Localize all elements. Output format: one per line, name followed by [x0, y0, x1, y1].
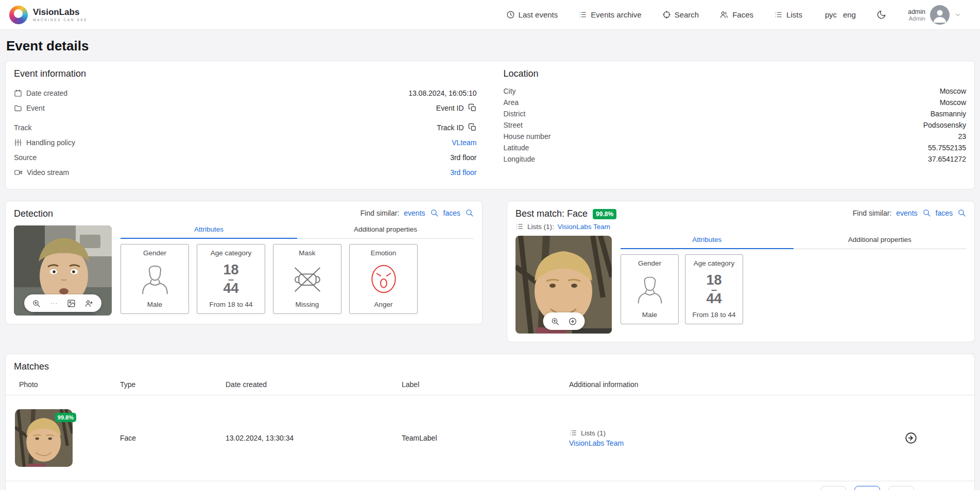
page-title: Event details [6, 38, 980, 54]
best-match-title: Best match: Face [515, 208, 588, 219]
tab-additional-properties[interactable]: Additional properties [794, 236, 967, 249]
moon-icon [876, 10, 886, 20]
emotion-card: Emotion Anger [349, 244, 418, 314]
col-photo: Photo [14, 380, 120, 389]
date-created-value: 13.08.2024, 16:05:10 [408, 89, 476, 97]
search-icon[interactable] [465, 208, 474, 217]
row-video-stream: Video stream 3rd floor [14, 165, 477, 180]
detection-card: Detection Find similar: events faces [5, 201, 483, 324]
nav-item-last-events[interactable]: Last events [506, 10, 558, 19]
location-panel: Location City Moscow Area Moscow Distric… [504, 68, 967, 180]
dark-mode-toggle[interactable] [876, 10, 886, 20]
house-number-value: 23 [958, 132, 966, 141]
row-label-text: Source [14, 153, 37, 162]
match-additional-info: Lists (1) VisionLabs Team [569, 429, 904, 447]
nav-item-faces[interactable]: Faces [719, 10, 753, 19]
zoom-in-icon[interactable] [551, 317, 559, 326]
match-photo[interactable]: 99.8% [15, 409, 73, 467]
match-list-link[interactable]: VisionLabs Team [569, 439, 624, 447]
col-additional-information: Additional information [569, 380, 904, 389]
attr-card-caption: From 18 to 44 [692, 311, 735, 319]
next-page-button[interactable] [888, 486, 914, 490]
search-icon[interactable] [957, 208, 966, 217]
attr-card-title: Age category [694, 259, 735, 267]
handling-policy-link[interactable]: VLteam [452, 138, 476, 147]
source-value: 3rd floor [450, 153, 476, 162]
find-similar-faces-link[interactable]: faces [936, 209, 953, 217]
tab-attributes[interactable]: Attributes [121, 225, 297, 239]
open-match-button[interactable] [904, 431, 918, 445]
nav-item-search[interactable]: Search [662, 10, 699, 19]
find-similar-faces-link[interactable]: faces [443, 209, 460, 217]
page-number-button[interactable]: 1 [854, 486, 880, 490]
attr-card-caption: Male [642, 311, 657, 319]
detection-title: Detection [14, 208, 53, 219]
copy-icon [468, 103, 477, 112]
clock-icon [506, 10, 515, 19]
people-icon [719, 10, 729, 19]
detection-find-similar: Find similar: events faces [360, 208, 474, 217]
nav-item-events-archive[interactable]: Events archive [578, 10, 641, 19]
sliders-icon [14, 138, 22, 147]
find-similar-events-link[interactable]: events [404, 209, 425, 217]
arrow-right-circle-icon[interactable] [568, 317, 577, 326]
location-title: Location [504, 68, 967, 79]
district-value: Basmanniy [931, 110, 966, 118]
event-details-page: VisionLabs MACHINES CAN SEE Last events … [0, 0, 980, 490]
avatar[interactable] [930, 5, 950, 25]
anger-face-icon [369, 263, 399, 295]
attr-card-caption: Male [147, 301, 162, 308]
brand-name: VisionLabs [33, 8, 88, 17]
person-add-icon[interactable] [84, 299, 94, 308]
search-icon[interactable] [430, 208, 439, 217]
tab-attributes[interactable]: Attributes [621, 236, 794, 249]
row-event: Event Event ID [14, 100, 477, 115]
age-range: 18 – 44 [223, 264, 238, 294]
video-stream-link[interactable]: 3rd floor [450, 168, 476, 177]
row-label-text: Track [14, 124, 31, 132]
search-icon[interactable] [922, 208, 931, 217]
age-category-card: Age category 18 – 44 From 18 to 44 [197, 244, 265, 314]
find-similar-label: Find similar: [360, 209, 399, 217]
best-match-tabs-area: Attributes Additional properties Gender [621, 236, 966, 334]
nav-item-lists[interactable]: Lists [774, 10, 802, 19]
zoom-in-icon[interactable] [32, 299, 41, 308]
lang-eng[interactable]: eng [843, 10, 856, 19]
detection-photo[interactable] [14, 225, 112, 316]
row-label-text: Video stream [27, 168, 69, 177]
prev-page-button[interactable] [820, 486, 846, 490]
copy-track-id-button[interactable] [468, 123, 477, 132]
col-date-created: Date created [226, 380, 402, 389]
city-value: Moscow [940, 87, 966, 95]
brand-logo[interactable]: VisionLabs MACHINES CAN SEE [9, 6, 88, 24]
longitude-value: 37.6541272 [928, 155, 966, 163]
gender-card: Gender Male [621, 254, 679, 324]
attr-card-caption: Missing [296, 301, 319, 308]
nav-label: Search [675, 10, 699, 19]
user-menu[interactable]: admin Admin [908, 5, 961, 25]
detection-tabs-area: Attributes Additional properties Gender [121, 225, 474, 316]
event-information-panel: Event information Date created 13.08.202… [14, 68, 477, 180]
best-match-find-similar: Find similar: events faces [853, 208, 966, 217]
lang-rus[interactable]: рус [825, 10, 837, 19]
username: admin [908, 8, 925, 15]
match-row[interactable]: 99.8% Face 13.02.2024, 13:30:34 TeamLabe… [14, 395, 966, 481]
main-nav: Last events Events archive Search Faces … [506, 10, 802, 19]
copy-event-id-button[interactable] [468, 103, 477, 112]
male-silhouette-icon [636, 274, 664, 304]
best-match-list-link[interactable]: VisionLabs Team [558, 223, 610, 231]
best-match-score-badge: 99.8% [593, 209, 616, 219]
calendar-icon [14, 89, 22, 97]
attr-card-caption: From 18 to 44 [209, 301, 252, 308]
row-label-text: Date created [26, 89, 67, 97]
gender-card: Gender Male [121, 244, 189, 314]
tab-additional-properties[interactable]: Additional properties [297, 225, 474, 238]
best-match-photo-toolbar [543, 312, 584, 330]
find-similar-events-link[interactable]: events [896, 209, 917, 217]
more-options-icon[interactable] [49, 299, 58, 308]
best-match-card: Best match: Face 99.8% Find similar: eve… [507, 201, 975, 342]
image-icon[interactable] [67, 299, 76, 308]
best-match-photo[interactable] [515, 236, 612, 334]
best-match-lists: Lists (1): VisionLabs Team [515, 222, 966, 231]
chevron-down-icon[interactable] [954, 11, 961, 19]
